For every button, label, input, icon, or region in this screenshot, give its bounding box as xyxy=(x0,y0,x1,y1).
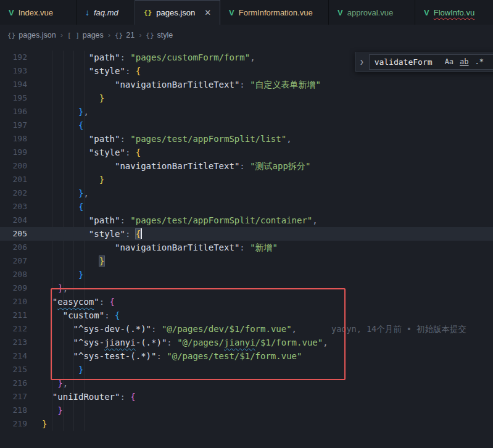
line-number[interactable]: 196 xyxy=(0,105,37,118)
code-line-202[interactable]: 202 }, xyxy=(0,186,493,200)
line-number[interactable]: 219 xyxy=(0,417,37,431)
line-number[interactable]: 209 xyxy=(0,281,37,295)
tab-faq-md[interactable]: ↓faq.md xyxy=(77,0,135,25)
md-file-icon: ↓ xyxy=(85,7,89,17)
line-number[interactable]: 202 xyxy=(0,186,37,200)
code-text[interactable]: ], xyxy=(37,281,68,295)
code-line-219[interactable]: 219} xyxy=(0,417,493,431)
line-number[interactable]: 203 xyxy=(0,200,37,214)
code-text[interactable]: "navigationBarTitleText": "测试app拆分" xyxy=(37,159,310,173)
code-text[interactable]: "style": { xyxy=(37,227,142,241)
code-line-207[interactable]: 207 } xyxy=(0,254,493,268)
line-number[interactable]: 215 xyxy=(0,363,37,376)
breadcrumb-item-pages.json[interactable]: {}pages.json xyxy=(7,31,56,39)
code-line-203[interactable]: 203 { xyxy=(0,200,493,214)
code-text[interactable]: "style": { xyxy=(37,146,141,159)
line-number[interactable]: 199 xyxy=(0,146,37,159)
breadcrumb-item-pages[interactable]: [ ]pages xyxy=(67,31,104,39)
code-text[interactable]: }, xyxy=(37,105,89,118)
code-text[interactable]: } xyxy=(37,254,104,268)
line-number[interactable]: 207 xyxy=(0,254,37,268)
line-number[interactable]: 218 xyxy=(0,404,37,417)
code-line-218[interactable]: 218 } xyxy=(0,404,493,417)
match-case-toggle[interactable]: Aa xyxy=(442,56,456,67)
code-text[interactable]: "navigationBarTitleText": "自定义表单新增" xyxy=(37,78,321,91)
line-number[interactable]: 194 xyxy=(0,78,37,91)
code-line-206[interactable]: 206 "navigationBarTitleText": "新增" xyxy=(0,241,493,254)
find-input[interactable] xyxy=(375,57,441,67)
code-line-211[interactable]: 211 "custom": { xyxy=(0,309,493,322)
line-number[interactable]: 211 xyxy=(0,309,37,322)
code-line-213[interactable]: 213 "^sys-jianyi-(.*)": "@/pages/jianyi/… xyxy=(0,336,493,349)
code-line-209[interactable]: 209 ], xyxy=(0,281,493,295)
line-number[interactable]: 212 xyxy=(0,322,37,336)
tab-pages-json[interactable]: {}pages.json✕ xyxy=(135,0,220,25)
breadcrumb-label: 21 xyxy=(126,31,135,39)
code-text[interactable]: } xyxy=(37,268,83,281)
tab-forminformation-vue[interactable]: VFormInformation.vue xyxy=(220,0,329,25)
code-line-200[interactable]: 200 "navigationBarTitleText": "测试app拆分" xyxy=(0,159,493,173)
code-text[interactable]: { xyxy=(37,200,83,214)
code-text[interactable]: } xyxy=(37,91,104,105)
code-text[interactable]: } xyxy=(37,404,63,417)
code-line-197[interactable]: 197 { xyxy=(0,118,493,132)
code-line-216[interactable]: 216 }, xyxy=(0,376,493,390)
tab-index-vue[interactable]: VIndex.vue xyxy=(0,0,77,25)
code-text[interactable]: "path": "pages/customForm/form", xyxy=(37,51,255,64)
tab-flowinfo-vu[interactable]: VFlowInfo.vu xyxy=(415,0,493,25)
code-text[interactable]: "path": "pages/test/appFormSplit/list", xyxy=(37,132,292,146)
line-number[interactable]: 197 xyxy=(0,118,37,132)
code-text[interactable]: "style": { xyxy=(37,64,141,78)
code-line-217[interactable]: 217 "uniIdRouter": { xyxy=(0,390,493,404)
line-number[interactable]: 200 xyxy=(0,159,37,173)
toggle-replace-icon[interactable]: ❯ xyxy=(358,58,365,66)
line-number[interactable]: 201 xyxy=(0,173,37,186)
code-text[interactable]: { xyxy=(37,118,83,132)
code-text[interactable]: "^sys-jianyi-(.*)": "@/pages/jianyi/$1/f… xyxy=(37,336,328,349)
regex-toggle[interactable]: .* xyxy=(473,56,486,67)
line-number[interactable]: 210 xyxy=(0,295,37,309)
code-line-210[interactable]: 210 "easycom": { xyxy=(0,295,493,309)
line-number[interactable]: 205 xyxy=(0,227,37,241)
line-number[interactable]: 206 xyxy=(0,241,37,254)
code-line-195[interactable]: 195 } xyxy=(0,91,493,105)
line-number[interactable]: 217 xyxy=(0,390,37,404)
code-text[interactable]: }, xyxy=(37,376,68,390)
code-line-194[interactable]: 194 "navigationBarTitleText": "自定义表单新增" xyxy=(0,78,493,91)
code-text[interactable]: "^sys-dev-(.*)": "@/pages/dev/$1/form.vu… xyxy=(37,322,466,336)
tab-approval-vue[interactable]: Vapproval.vue xyxy=(329,0,415,25)
code-line-214[interactable]: 214 "^sys-test-(.*)": "@/pages/test/$1/f… xyxy=(0,349,493,363)
code-line-198[interactable]: 198 "path": "pages/test/appFormSplit/lis… xyxy=(0,132,493,146)
code-text[interactable]: } xyxy=(37,173,104,186)
line-number[interactable]: 193 xyxy=(0,64,37,78)
line-number[interactable]: 216 xyxy=(0,376,37,390)
code-line-204[interactable]: 204 "path": "pages/test/appFormSplit/con… xyxy=(0,214,493,227)
code-line-215[interactable]: 215 } xyxy=(0,363,493,376)
code-text[interactable]: "custom": { xyxy=(37,309,120,322)
line-number[interactable]: 208 xyxy=(0,268,37,281)
code-text[interactable]: "^sys-test-(.*)": "@/pages/test/$1/form.… xyxy=(37,349,302,363)
line-number[interactable]: 214 xyxy=(0,349,37,363)
code-text[interactable]: "navigationBarTitleText": "新增" xyxy=(37,241,278,254)
line-number[interactable]: 213 xyxy=(0,336,37,349)
line-number[interactable]: 204 xyxy=(0,214,37,227)
code-line-201[interactable]: 201 } xyxy=(0,173,493,186)
code-text[interactable]: } xyxy=(37,363,83,376)
code-text[interactable]: }, xyxy=(37,186,89,200)
code-text[interactable]: "path": "pages/test/appFormSplit/contain… xyxy=(37,214,318,227)
breadcrumb-item-21[interactable]: {}21 xyxy=(115,31,135,39)
code-line-208[interactable]: 208 } xyxy=(0,268,493,281)
line-number[interactable]: 198 xyxy=(0,132,37,146)
code-text[interactable]: "easycom": { xyxy=(37,295,115,309)
code-line-212[interactable]: 212 "^sys-dev-(.*)": "@/pages/dev/$1/for… xyxy=(0,322,493,336)
code-line-199[interactable]: 199 "style": { xyxy=(0,146,493,159)
line-number[interactable]: 192 xyxy=(0,51,37,64)
code-line-205[interactable]: 205 "style": { xyxy=(0,227,493,241)
breadcrumb-item-style[interactable]: {}style xyxy=(146,31,173,39)
whole-word-toggle[interactable]: ab xyxy=(457,56,471,67)
close-tab-icon[interactable]: ✕ xyxy=(204,8,211,17)
code-text[interactable]: } xyxy=(37,417,47,431)
code-text[interactable]: "uniIdRouter": { xyxy=(37,390,136,404)
code-line-196[interactable]: 196 }, xyxy=(0,105,493,118)
line-number[interactable]: 195 xyxy=(0,91,37,105)
